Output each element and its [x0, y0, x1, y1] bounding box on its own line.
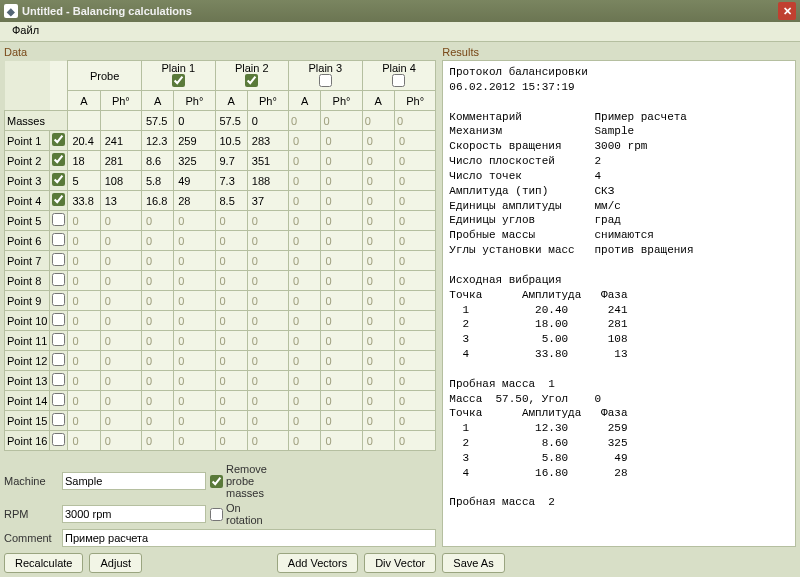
point-checkbox[interactable] [52, 173, 65, 186]
p1-ph[interactable] [176, 155, 212, 167]
p1-ph[interactable] [176, 415, 212, 427]
p3-a[interactable] [291, 435, 318, 447]
probe-a[interactable] [70, 335, 97, 347]
p1-ph[interactable] [176, 375, 212, 387]
p3-ph[interactable] [323, 235, 359, 247]
p3-ph[interactable] [323, 375, 359, 387]
p4-ph[interactable] [397, 235, 433, 247]
p1-a[interactable] [144, 235, 171, 247]
p2-ph[interactable] [250, 375, 286, 387]
p2-a[interactable] [218, 155, 245, 167]
p2-ph[interactable] [250, 195, 286, 207]
plain4-checkbox[interactable] [392, 74, 405, 87]
machine-input[interactable] [62, 472, 206, 490]
p2-a[interactable] [218, 255, 245, 267]
p3-ph[interactable] [323, 255, 359, 267]
p3-a[interactable] [291, 135, 318, 147]
comment-input[interactable] [62, 529, 436, 547]
p4-ph[interactable] [397, 195, 433, 207]
p3-a[interactable] [291, 175, 318, 187]
probe-a[interactable] [70, 235, 97, 247]
p2-ph[interactable] [250, 295, 286, 307]
p4-a[interactable] [365, 375, 392, 387]
p4-a[interactable] [365, 195, 392, 207]
p1-a[interactable] [144, 255, 171, 267]
p2-ph[interactable] [250, 355, 286, 367]
p4-a[interactable] [365, 415, 392, 427]
p1-a[interactable] [144, 315, 171, 327]
probe-a[interactable] [70, 375, 97, 387]
p1-a[interactable] [144, 435, 171, 447]
mass-p2-ph[interactable] [250, 115, 286, 127]
close-icon[interactable]: ✕ [778, 2, 796, 20]
probe-ph[interactable] [103, 235, 139, 247]
p4-ph[interactable] [397, 155, 433, 167]
p1-ph[interactable] [176, 215, 212, 227]
p3-ph[interactable] [323, 195, 359, 207]
point-checkbox[interactable] [52, 193, 65, 206]
p1-ph[interactable] [176, 295, 212, 307]
p1-ph[interactable] [176, 235, 212, 247]
p1-a[interactable] [144, 195, 171, 207]
menu-file[interactable]: Файл [6, 22, 45, 38]
p3-a[interactable] [291, 235, 318, 247]
point-checkbox[interactable] [52, 413, 65, 426]
p3-a[interactable] [291, 375, 318, 387]
p3-a[interactable] [291, 355, 318, 367]
p4-ph[interactable] [397, 415, 433, 427]
point-checkbox[interactable] [52, 373, 65, 386]
p2-a[interactable] [218, 355, 245, 367]
probe-ph[interactable] [103, 435, 139, 447]
p1-a[interactable] [144, 415, 171, 427]
p3-ph[interactable] [323, 335, 359, 347]
p2-ph[interactable] [250, 155, 286, 167]
probe-ph[interactable] [103, 135, 139, 147]
p1-ph[interactable] [176, 135, 212, 147]
p4-a[interactable] [365, 135, 392, 147]
p4-a[interactable] [365, 315, 392, 327]
p1-a[interactable] [144, 335, 171, 347]
p1-ph[interactable] [176, 275, 212, 287]
point-checkbox[interactable] [52, 353, 65, 366]
probe-a[interactable] [70, 215, 97, 227]
probe-ph[interactable] [103, 395, 139, 407]
p4-ph[interactable] [397, 275, 433, 287]
p1-a[interactable] [144, 355, 171, 367]
p2-a[interactable] [218, 435, 245, 447]
probe-ph[interactable] [103, 355, 139, 367]
p3-ph[interactable] [323, 275, 359, 287]
p2-ph[interactable] [250, 275, 286, 287]
mass-p1-ph[interactable] [176, 115, 212, 127]
p2-a[interactable] [218, 175, 245, 187]
p2-ph[interactable] [250, 255, 286, 267]
p3-ph[interactable] [323, 155, 359, 167]
p4-a[interactable] [365, 335, 392, 347]
remove-probe-checkbox[interactable] [210, 475, 223, 488]
p2-ph[interactable] [250, 435, 286, 447]
p4-a[interactable] [365, 255, 392, 267]
probe-ph[interactable] [103, 255, 139, 267]
point-checkbox[interactable] [52, 333, 65, 346]
probe-a[interactable] [70, 415, 97, 427]
p2-a[interactable] [218, 135, 245, 147]
p3-ph[interactable] [323, 355, 359, 367]
p4-a[interactable] [365, 235, 392, 247]
plain3-checkbox[interactable] [319, 74, 332, 87]
point-checkbox[interactable] [52, 213, 65, 226]
p3-a[interactable] [291, 275, 318, 287]
probe-ph[interactable] [103, 215, 139, 227]
on-rotation-checkbox[interactable] [210, 508, 223, 521]
p2-a[interactable] [218, 195, 245, 207]
p2-ph[interactable] [250, 315, 286, 327]
p4-a[interactable] [365, 215, 392, 227]
p2-ph[interactable] [250, 175, 286, 187]
p3-a[interactable] [291, 395, 318, 407]
probe-a[interactable] [70, 255, 97, 267]
p2-a[interactable] [218, 415, 245, 427]
p1-a[interactable] [144, 215, 171, 227]
p4-ph[interactable] [397, 355, 433, 367]
probe-a[interactable] [70, 435, 97, 447]
probe-a[interactable] [70, 315, 97, 327]
p3-a[interactable] [291, 295, 318, 307]
p3-a[interactable] [291, 335, 318, 347]
